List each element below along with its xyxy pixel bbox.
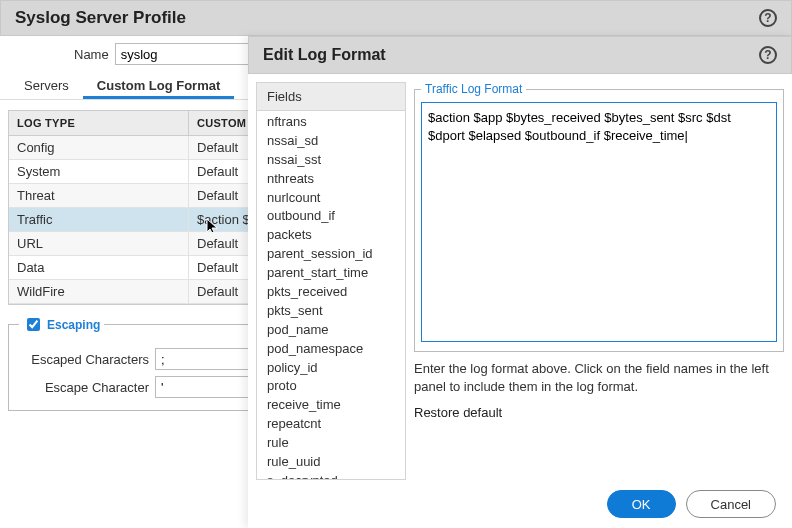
- traffic-log-format-group: Traffic Log Format: [414, 82, 784, 352]
- cell-log-type: WildFire: [9, 280, 189, 303]
- escaping-checkbox[interactable]: [27, 318, 40, 331]
- field-item[interactable]: pkts_sent: [257, 302, 405, 321]
- format-legend: Traffic Log Format: [421, 82, 526, 96]
- field-item[interactable]: nssai_sst: [257, 151, 405, 170]
- field-item[interactable]: parent_session_id: [257, 245, 405, 264]
- fields-list[interactable]: nftransnssai_sdnssai_sstnthreatsnurlcoun…: [257, 111, 405, 479]
- cell-log-type: Data: [9, 256, 189, 279]
- field-item[interactable]: pkts_received: [257, 283, 405, 302]
- tab-custom-log-format[interactable]: Custom Log Format: [83, 72, 235, 99]
- field-item[interactable]: nftrans: [257, 113, 405, 132]
- field-item[interactable]: parent_start_time: [257, 264, 405, 283]
- escape-character-label: Escape Character: [19, 380, 149, 395]
- dialog-titlebar: Edit Log Format ?: [248, 36, 792, 74]
- col-log-type: LOG TYPE: [9, 111, 189, 135]
- field-item[interactable]: nssai_sd: [257, 132, 405, 151]
- field-item[interactable]: rule_uuid: [257, 453, 405, 472]
- cancel-button[interactable]: Cancel: [686, 490, 776, 518]
- edit-log-format-dialog: Edit Log Format ? Fields nftransnssai_sd…: [248, 36, 792, 528]
- cell-log-type: Traffic: [9, 208, 189, 231]
- field-item[interactable]: proto: [257, 377, 405, 396]
- field-item[interactable]: policy_id: [257, 359, 405, 378]
- help-icon[interactable]: ?: [759, 46, 777, 64]
- dialog-title: Edit Log Format: [263, 46, 759, 64]
- help-icon[interactable]: ?: [759, 9, 777, 27]
- titlebar: Syslog Server Profile ?: [0, 0, 792, 36]
- cell-log-type: URL: [9, 232, 189, 255]
- dialog-actions: OK Cancel: [248, 480, 792, 528]
- field-item[interactable]: repeatcnt: [257, 415, 405, 434]
- field-item[interactable]: nurlcount: [257, 189, 405, 208]
- field-item[interactable]: pod_namespace: [257, 340, 405, 359]
- field-item[interactable]: receive_time: [257, 396, 405, 415]
- field-item[interactable]: pod_name: [257, 321, 405, 340]
- log-format-textarea[interactable]: [421, 102, 777, 342]
- cell-log-type: System: [9, 160, 189, 183]
- format-hint: Enter the log format above. Click on the…: [414, 360, 784, 395]
- field-item[interactable]: outbound_if: [257, 207, 405, 226]
- field-item[interactable]: packets: [257, 226, 405, 245]
- fields-panel: Fields nftransnssai_sdnssai_sstnthreatsn…: [256, 82, 406, 480]
- cell-log-type: Config: [9, 136, 189, 159]
- escaped-characters-label: Escaped Characters: [19, 352, 149, 367]
- escaping-legend: Escaping: [19, 315, 104, 334]
- field-item[interactable]: s_decrypted: [257, 472, 405, 479]
- cell-log-type: Threat: [9, 184, 189, 207]
- escaping-legend-text: Escaping: [47, 318, 100, 332]
- field-item[interactable]: rule: [257, 434, 405, 453]
- ok-button[interactable]: OK: [607, 490, 676, 518]
- name-label: Name: [74, 47, 109, 62]
- tab-servers[interactable]: Servers: [10, 72, 83, 99]
- page-title: Syslog Server Profile: [15, 8, 759, 28]
- fields-header: Fields: [257, 83, 405, 111]
- field-item[interactable]: nthreats: [257, 170, 405, 189]
- restore-default-link[interactable]: Restore default: [414, 405, 784, 420]
